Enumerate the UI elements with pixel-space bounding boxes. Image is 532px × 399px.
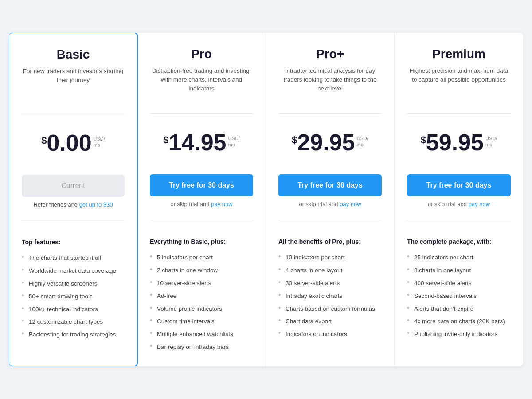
features-section-premium: The complete package, with:25 indicators… bbox=[407, 238, 511, 354]
plan-name-premium: Premium bbox=[407, 47, 511, 61]
plan-description-pro: Distraction-free trading and investing, … bbox=[150, 66, 253, 98]
feature-item: Backtesting for trading strategies bbox=[22, 329, 125, 341]
price-amount-pro: 14.95 bbox=[168, 131, 226, 154]
pricing-grid: BasicFor new traders and investors start… bbox=[9, 33, 523, 366]
feature-item: Publishing invite-only indicators bbox=[407, 328, 511, 341]
price-dollar-pro_plus: $ bbox=[292, 134, 297, 146]
price-amount-pro_plus: 29.95 bbox=[297, 131, 355, 154]
feature-item: 12 customizable chart types bbox=[22, 316, 125, 329]
trial-button-pro[interactable]: Try free for 30 days bbox=[150, 174, 253, 196]
feature-list-pro: 5 indicators per chart2 charts in one wi… bbox=[150, 251, 253, 354]
features-section-pro: Everything in Basic, plus:5 indicators p… bbox=[150, 238, 253, 354]
price-section-premium: $59.95USD/mo bbox=[407, 131, 511, 162]
price-amount-basic: 0.00 bbox=[47, 131, 91, 154]
feature-item: Intraday exotic charts bbox=[278, 290, 382, 303]
price-section-pro_plus: $29.95USD/mo bbox=[278, 131, 382, 162]
plan-description-premium: Highest precision and maximum data to ca… bbox=[407, 66, 511, 98]
feature-item: 25 indicators per chart bbox=[407, 251, 511, 264]
feature-item: 10 server-side alerts bbox=[150, 277, 253, 290]
feature-item: Highly versatile screeners bbox=[22, 278, 125, 290]
features-section-basic: Top features:The charts that started it … bbox=[22, 239, 125, 353]
feature-item: 10 indicators per chart bbox=[278, 251, 382, 264]
feature-item: Charts based on custom formulas bbox=[278, 303, 382, 316]
features-section-pro_plus: All the benefits of Pro, plus:10 indicat… bbox=[278, 238, 382, 354]
plan-card-pro_plus: Pro+Intraday technical analysis for day … bbox=[266, 33, 395, 366]
price-dollar-basic: $ bbox=[41, 135, 47, 146]
feature-item: Volume profile indicators bbox=[150, 303, 253, 316]
features-title-pro_plus: All the benefits of Pro, plus: bbox=[278, 238, 382, 245]
price-dollar-pro: $ bbox=[163, 134, 168, 146]
price-section-basic: $0.00USD/mo bbox=[22, 131, 125, 162]
price-unit-pro: USD/mo bbox=[228, 135, 240, 148]
feature-item: Bar replay on intraday bars bbox=[150, 341, 253, 354]
skip-trial-pro: or skip trial and pay now bbox=[150, 201, 253, 207]
feature-item: Worldwide market data coverage bbox=[22, 265, 125, 278]
plan-card-basic: BasicFor new traders and investors start… bbox=[9, 33, 138, 366]
price-dollar-premium: $ bbox=[421, 134, 426, 146]
feature-item: 5 indicators per chart bbox=[150, 251, 253, 264]
feature-item: 2 charts in one window bbox=[150, 264, 253, 277]
feature-item: Custom time intervals bbox=[150, 315, 253, 328]
cta-section-pro_plus: Try free for 30 daysor skip trial and pa… bbox=[278, 174, 382, 207]
trial-button-pro_plus[interactable]: Try free for 30 days bbox=[278, 174, 382, 196]
features-title-pro: Everything in Basic, plus: bbox=[150, 238, 253, 245]
price-section-pro: $14.95USD/mo bbox=[150, 131, 253, 162]
features-title-basic: Top features: bbox=[22, 239, 125, 246]
feature-item: Indicators on indicators bbox=[278, 328, 382, 341]
pay-now-link-premium[interactable]: pay now bbox=[469, 201, 490, 207]
feature-list-basic: The charts that started it allWorldwide … bbox=[22, 252, 125, 341]
cta-section-basic: CurrentRefer friends and get up to $30 bbox=[22, 175, 125, 208]
pay-now-link-pro_plus[interactable]: pay now bbox=[340, 201, 361, 207]
price-unit-basic: USD/mo bbox=[94, 136, 105, 149]
trial-button-premium[interactable]: Try free for 30 days bbox=[407, 174, 511, 196]
feature-item: The charts that started it all bbox=[22, 252, 125, 265]
skip-trial-pro_plus: or skip trial and pay now bbox=[278, 201, 382, 207]
skip-trial-premium: or skip trial and pay now bbox=[407, 201, 511, 207]
plan-card-premium: PremiumHighest precision and maximum dat… bbox=[395, 33, 523, 366]
features-title-premium: The complete package, with: bbox=[407, 238, 511, 245]
feature-item: 100k+ technical indicators bbox=[22, 303, 125, 316]
feature-item: Alerts that don't expire bbox=[407, 303, 511, 316]
feature-list-premium: 25 indicators per chart8 charts in one l… bbox=[407, 251, 511, 341]
feature-item: 30 server-side alerts bbox=[278, 277, 382, 290]
refer-link-basic[interactable]: get up to $30 bbox=[79, 201, 113, 208]
feature-item: 4 charts in one layout bbox=[278, 264, 382, 277]
feature-item: Multiple enhanced watchlists bbox=[150, 328, 253, 341]
plan-card-pro: ProDistraction-free trading and investin… bbox=[137, 33, 266, 366]
refer-text-basic: Refer friends and get up to $30 bbox=[22, 201, 125, 208]
price-unit-pro_plus: USD/mo bbox=[357, 135, 368, 148]
price-amount-premium: 59.95 bbox=[426, 131, 484, 154]
plan-description-pro_plus: Intraday technical analysis for day trad… bbox=[278, 66, 382, 98]
feature-item: 400 server-side alerts bbox=[407, 277, 511, 290]
plan-name-pro: Pro bbox=[150, 47, 253, 61]
cta-section-pro: Try free for 30 daysor skip trial and pa… bbox=[150, 174, 253, 207]
plan-name-pro_plus: Pro+ bbox=[278, 47, 382, 61]
plan-description-basic: For new traders and investors starting t… bbox=[22, 67, 125, 99]
feature-list-pro_plus: 10 indicators per chart4 charts in one l… bbox=[278, 251, 382, 341]
pay-now-link-pro[interactable]: pay now bbox=[211, 201, 232, 207]
feature-item: Chart data export bbox=[278, 315, 382, 328]
price-unit-premium: USD/mo bbox=[485, 135, 497, 148]
feature-item: Ad-free bbox=[150, 290, 253, 303]
feature-item: 4x more data on charts (20K bars) bbox=[407, 315, 511, 328]
current-button-basic: Current bbox=[22, 175, 125, 197]
feature-item: 8 charts in one layout bbox=[407, 264, 511, 277]
feature-item: 50+ smart drawing tools bbox=[22, 290, 125, 303]
plan-name-basic: Basic bbox=[22, 47, 125, 62]
cta-section-premium: Try free for 30 daysor skip trial and pa… bbox=[407, 174, 511, 207]
feature-item: Second-based intervals bbox=[407, 290, 511, 303]
